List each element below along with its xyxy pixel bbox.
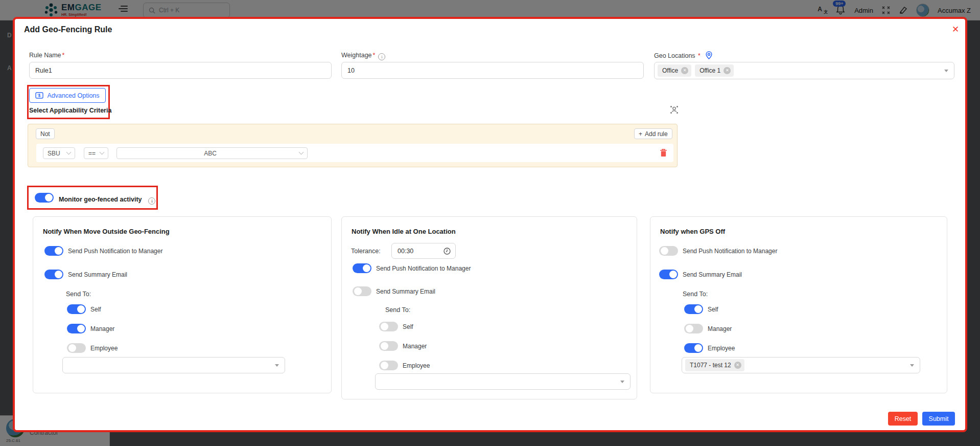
not-button[interactable]: Not [36,128,55,139]
rule-operator-select[interactable]: == [84,147,108,159]
push-notification-toggle[interactable] [44,246,63,256]
required-asterisk: * [373,52,376,59]
employee-tag: T1077 - test 12✕ [685,359,744,371]
remove-tag-icon[interactable]: ✕ [734,362,741,369]
chevron-down-icon [944,70,948,72]
chevron-down-icon [100,150,105,155]
summary-email-toggle[interactable] [44,270,63,279]
weightage-input[interactable]: 10 [341,62,644,79]
location-pin-icon[interactable] [705,51,713,59]
send-to-label: Send To: [66,291,91,298]
send-to-manager-toggle[interactable] [67,324,86,333]
chevron-down-icon [620,381,624,383]
applicability-criteria-label: Select Applicability Criteria [29,107,111,114]
send-to-manager-toggle[interactable] [379,341,398,351]
advanced-options-button[interactable]: Advanced Options [29,88,106,103]
geo-locations-multiselect[interactable]: Office✕ Office 1✕ [654,62,954,79]
info-icon [148,197,155,205]
plus-icon: + [639,130,642,138]
reset-button[interactable]: Reset [888,412,918,426]
send-to-employee-toggle[interactable] [67,343,86,353]
summary-email-toggle[interactable] [659,270,678,279]
employee-select-dropdown[interactable] [62,357,285,373]
card-title: Notify When Move Outside Geo-Fencing [43,228,170,235]
notify-move-outside-card: Notify When Move Outside Geo-Fencing Sen… [33,216,332,393]
advanced-options-icon [35,92,43,99]
send-to-self-toggle[interactable] [379,322,398,331]
query-builder-panel: Not +Add rule SBU == ABC [28,124,678,167]
add-rule-button[interactable]: +Add rule [634,128,672,139]
tolerance-time-input[interactable]: 00:30 [391,243,456,259]
push-notification-toggle[interactable] [659,246,678,256]
send-to-self-toggle[interactable] [684,304,703,314]
chevron-down-icon [299,150,304,155]
modal-title: Add Geo-Fencing Rule [24,25,112,34]
required-asterisk: * [698,52,701,59]
rule-name-label: Rule Name* [29,52,64,59]
geo-locations-label: Geo Locations * [654,51,713,59]
geo-location-tag: Office✕ [658,64,691,77]
tolerance-label: Tolerance: [351,248,381,255]
employee-select-dropdown[interactable]: T1077 - test 12✕ [682,357,920,373]
rule-field-select[interactable]: SBU [43,147,75,159]
remove-tag-icon[interactable]: ✕ [724,67,731,74]
send-to-employee-toggle[interactable] [684,343,703,353]
push-notification-toggle[interactable] [353,263,371,273]
card-title: Notify When Idle at One Location [352,228,456,235]
chevron-down-icon [910,364,914,367]
employee-select-dropdown[interactable] [375,373,631,390]
send-to-label: Send To: [385,306,410,314]
monitor-activity-toggle[interactable] [35,193,54,203]
weightage-label: Weightage* [341,52,385,60]
chevron-down-icon [275,364,279,367]
geo-location-tag: Office 1✕ [695,64,734,77]
remove-tag-icon[interactable]: ✕ [681,67,688,74]
send-to-self-toggle[interactable] [67,304,86,314]
monitor-activity-label: Monitor geo-fenced activity [59,196,155,205]
notify-gps-off-card: Notify when GPS Off Send Push Notificati… [650,216,947,393]
required-asterisk: * [62,52,65,59]
rule-row: SBU == ABC [36,144,673,162]
add-geofencing-rule-modal: Add Geo-Fencing Rule ✕ Rule Name* Rule1 … [13,17,967,432]
submit-button[interactable]: Submit [922,412,955,426]
close-icon[interactable]: ✕ [949,23,962,36]
rule-value-select[interactable]: ABC [116,147,308,159]
notify-idle-card: Notify When Idle at One Location Toleran… [341,216,637,399]
user-network-icon[interactable] [669,105,679,115]
clock-icon [444,248,451,255]
summary-email-toggle[interactable] [353,286,371,296]
card-title: Notify when GPS Off [660,228,725,235]
chevron-down-icon [66,150,72,155]
send-to-label: Send To: [683,291,708,298]
info-icon [378,53,385,60]
send-to-employee-toggle[interactable] [379,361,398,370]
delete-rule-trash-icon[interactable] [660,148,667,157]
rule-name-input[interactable]: Rule1 [29,62,332,79]
send-to-manager-toggle[interactable] [684,324,703,333]
